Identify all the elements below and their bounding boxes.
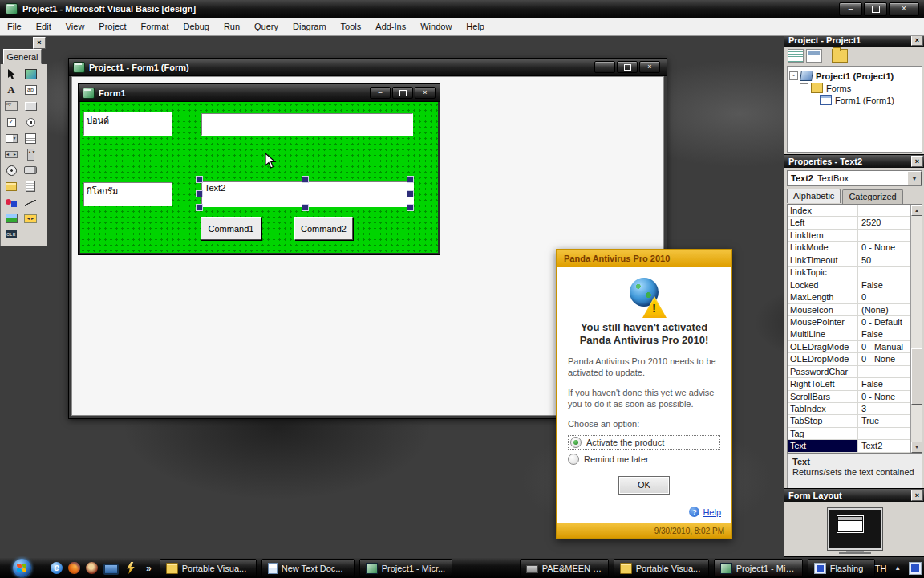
property-row-left[interactable]: Left2520 [788, 217, 911, 229]
form-layout-titlebar[interactable]: Form Layout × [784, 489, 924, 502]
tree-collapse-icon[interactable]: - [789, 71, 798, 80]
menu-item-diagram[interactable]: Diagram [286, 19, 334, 34]
hscrollbar-tool-icon[interactable]: ◄► [4, 147, 18, 161]
form1-restore-button[interactable] [392, 87, 413, 99]
property-value[interactable]: 0 - None [858, 242, 911, 253]
property-row-linktopic[interactable]: LinkTopic [788, 267, 911, 279]
resize-handle[interactable] [302, 176, 309, 183]
taskbar-button-4[interactable]: Portable Visua... [614, 559, 709, 577]
minimize-button[interactable]: – [839, 2, 862, 16]
property-value[interactable] [858, 267, 911, 278]
combo-dropdown-button[interactable]: ▼ [907, 171, 922, 185]
resize-handle[interactable] [407, 204, 414, 211]
property-value[interactable] [858, 428, 911, 439]
property-value[interactable]: 2520 [858, 217, 911, 228]
property-value[interactable] [858, 230, 911, 241]
project-panel-close-button[interactable]: × [911, 35, 923, 46]
radio-selected-icon[interactable] [570, 437, 582, 448]
property-row-linktimeout[interactable]: LinkTimeout50 [788, 254, 911, 267]
ole-tool-icon[interactable]: OLE [4, 227, 18, 242]
taskbar-button-2[interactable]: Project1 - Micr... [359, 559, 452, 577]
panda-dialog-titlebar[interactable]: Panda Antivirus Pro 2010 [557, 250, 731, 267]
property-value[interactable]: 0 - None [858, 391, 911, 402]
pointer-tool-icon[interactable] [4, 67, 18, 81]
tree-item-form1[interactable]: Form1 (Form1) [789, 94, 920, 106]
help-link[interactable]: Help [703, 507, 721, 517]
taskbar-button-3[interactable]: PAE&MEEN (H:) [520, 559, 609, 577]
internet-explorer-icon[interactable]: e [51, 562, 63, 574]
property-row-tabstop[interactable]: TabStopTrue [788, 415, 911, 427]
property-row-linkitem[interactable]: LinkItem [788, 230, 911, 242]
vscrollbar-tool-icon[interactable]: ▲▼ [23, 147, 38, 161]
form-layout-mini-window[interactable] [837, 515, 864, 533]
tree-item-forms[interactable]: - Forms [789, 82, 920, 94]
help-icon[interactable]: ? [689, 507, 699, 517]
property-value[interactable]: False [858, 279, 911, 291]
property-row-scrollbars[interactable]: ScrollBars0 - None [788, 391, 911, 403]
tab-alphabetic[interactable]: Alphabetic [787, 189, 841, 203]
shape-tool-icon[interactable] [4, 195, 18, 210]
property-name[interactable]: Index [788, 205, 858, 216]
menu-item-addins[interactable]: Add-Ins [368, 19, 413, 34]
property-row-passwordchar[interactable]: PasswordChar [788, 366, 911, 378]
media-app-icon[interactable] [86, 562, 98, 574]
toggle-folders-icon[interactable] [832, 49, 848, 63]
mdi-close-button[interactable]: × [639, 61, 660, 73]
property-value[interactable] [858, 205, 911, 216]
property-name[interactable]: ScrollBars [788, 391, 858, 402]
form1-minimize-button[interactable]: – [370, 87, 391, 99]
property-value[interactable]: 3 [858, 403, 911, 414]
menu-item-run[interactable]: Run [217, 19, 247, 34]
property-value[interactable]: 0 [858, 291, 911, 303]
form1-close-button[interactable]: × [415, 87, 436, 99]
property-name[interactable]: LinkMode [788, 242, 858, 253]
property-name[interactable]: MouseIcon [788, 304, 858, 315]
property-name[interactable]: MousePointer [788, 316, 858, 328]
taskbar-button-5[interactable]: Project1 - Micr... [714, 559, 803, 577]
scrollbar-thumb[interactable] [911, 348, 922, 405]
property-row-tabindex[interactable]: TabIndex3 [788, 403, 911, 415]
properties-panel-close-button[interactable]: × [911, 156, 923, 167]
label-tool-icon[interactable]: A [4, 83, 18, 97]
firefox-icon[interactable] [68, 562, 80, 574]
commandbutton-tool-icon[interactable] [23, 99, 38, 113]
property-row-mousepointer[interactable]: MousePointer0 - Default [788, 316, 911, 328]
property-value[interactable]: True [858, 415, 911, 426]
property-value[interactable]: 50 [858, 254, 911, 266]
property-name[interactable]: Locked [788, 279, 858, 291]
language-indicator[interactable]: TH [875, 564, 887, 573]
property-name[interactable]: TabIndex [788, 403, 858, 414]
mdi-restore-button[interactable] [617, 61, 638, 73]
flash-app-icon[interactable] [124, 562, 136, 574]
menu-item-edit[interactable]: Edit [29, 19, 59, 34]
taskbar-button-1[interactable]: New Text Doc... [261, 559, 355, 577]
tab-categorized[interactable]: Categorized [842, 189, 902, 204]
object-selector-combo[interactable]: Text2 TextBox ▼ [787, 170, 922, 186]
option-activate-product[interactable]: Activate the product [568, 435, 720, 450]
command2-button[interactable]: Command2 [294, 217, 353, 240]
property-value[interactable]: 0 - Default [858, 316, 911, 328]
resize-handle[interactable] [196, 190, 203, 197]
property-name[interactable]: Text [788, 440, 858, 451]
resize-handle[interactable] [302, 204, 309, 211]
drivelistbox-tool-icon[interactable] [23, 163, 38, 177]
toolbar-overflow-icon[interactable]: » [146, 563, 152, 574]
property-row-mouseicon[interactable]: MouseIcon(None) [788, 304, 911, 316]
resize-handle[interactable] [407, 176, 414, 183]
property-name[interactable]: MaxLength [788, 291, 858, 303]
property-name[interactable]: TabStop [788, 415, 858, 426]
property-name[interactable]: Left [788, 217, 858, 228]
tray-expand-icon[interactable]: ▲ [894, 564, 901, 572]
menu-item-project[interactable]: Project [91, 19, 133, 34]
listbox-tool-icon[interactable] [23, 131, 38, 145]
properties-panel-titlebar[interactable]: Properties - Text2 × [784, 155, 924, 168]
property-row-tag[interactable]: Tag [788, 428, 911, 440]
toolbox-tab-general[interactable]: General [3, 49, 42, 64]
menu-item-window[interactable]: Window [413, 19, 459, 34]
filelistbox-tool-icon[interactable] [23, 179, 38, 193]
property-name[interactable]: OLEDropMode [788, 353, 858, 364]
mdi-titlebar[interactable]: Project1 - Form1 (Form) – × [69, 59, 667, 76]
checkbox-tool-icon[interactable]: ✓ [4, 115, 18, 129]
property-name[interactable]: LinkTimeout [788, 254, 858, 266]
radio-unselected-icon[interactable] [568, 454, 579, 465]
